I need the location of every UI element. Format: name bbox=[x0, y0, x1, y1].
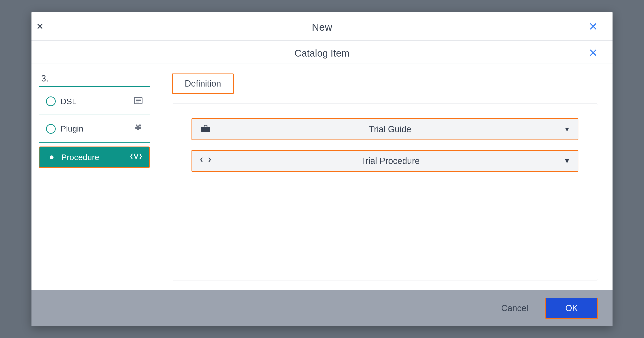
trial-guide-label: Trial Guide bbox=[216, 124, 564, 135]
trial-procedure-label: Trial Procedure bbox=[216, 156, 564, 166]
dsl-left: DSL bbox=[46, 96, 76, 106]
trial-procedure-arrow-icon: ▼ bbox=[564, 157, 570, 165]
modal-title: New bbox=[312, 21, 332, 33]
plugin-circle-icon bbox=[46, 124, 56, 134]
trial-guide-arrow-icon: ▼ bbox=[564, 126, 570, 133]
dsl-label: DSL bbox=[60, 97, 76, 106]
procedure-code-icon bbox=[130, 152, 142, 163]
plugin-icon bbox=[134, 124, 142, 134]
definition-tab-label: Definition bbox=[185, 79, 221, 88]
svg-rect-11 bbox=[139, 125, 141, 127]
dsl-list-icon bbox=[134, 97, 142, 106]
procedure-label: Procedure bbox=[61, 153, 99, 162]
main-content: Definition Trial Gu bbox=[157, 64, 612, 290]
sidebar-item-plugin[interactable]: Plugin bbox=[39, 119, 150, 139]
procedure-left: Procedure bbox=[47, 153, 99, 162]
definition-tab[interactable]: Definition bbox=[172, 73, 234, 94]
definition-header: Definition bbox=[172, 73, 598, 94]
plugin-label: Plugin bbox=[60, 124, 84, 134]
catalog-item-label: Catalog Item bbox=[295, 48, 350, 59]
dsl-circle-icon bbox=[46, 96, 56, 106]
sidebar-item-procedure[interactable]: Procedure bbox=[39, 147, 150, 168]
trial-procedure-select[interactable]: Trial Procedure ▼ bbox=[192, 150, 578, 172]
plugin-divider bbox=[39, 142, 150, 143]
svg-rect-9 bbox=[135, 127, 141, 129]
ok-button[interactable]: OK bbox=[545, 298, 598, 319]
step-number: 3. bbox=[39, 73, 150, 84]
plugin-left: Plugin bbox=[46, 124, 84, 134]
modal-body: 3. DSL bbox=[32, 64, 612, 290]
procedure-circle-icon bbox=[47, 153, 56, 162]
definition-panel: Trial Guide ▼ Trial Procedure ▼ bbox=[172, 104, 598, 280]
sidebar-item-dsl[interactable]: DSL bbox=[39, 92, 150, 111]
code-arrows-icon bbox=[200, 156, 212, 166]
subheader-close-button[interactable] bbox=[588, 48, 598, 60]
modal-footer: Cancel OK bbox=[32, 290, 612, 326]
step-underline bbox=[39, 86, 150, 87]
dsl-divider bbox=[39, 115, 150, 115]
modal: ✕ New Catalog Item 3. bbox=[32, 12, 612, 326]
sidebar: 3. DSL bbox=[32, 64, 157, 290]
modal-header: ✕ New bbox=[32, 12, 612, 41]
sidebar-close-icon[interactable]: ✕ bbox=[36, 21, 44, 32]
modal-close-button[interactable] bbox=[588, 21, 598, 33]
briefcase-icon bbox=[200, 124, 212, 135]
trial-guide-select[interactable]: Trial Guide ▼ bbox=[192, 118, 578, 140]
svg-rect-10 bbox=[136, 125, 137, 127]
catalog-subheader: Catalog Item bbox=[32, 41, 612, 64]
cancel-button[interactable]: Cancel bbox=[492, 298, 538, 318]
modal-backdrop: ✕ New Catalog Item 3. bbox=[0, 0, 644, 338]
